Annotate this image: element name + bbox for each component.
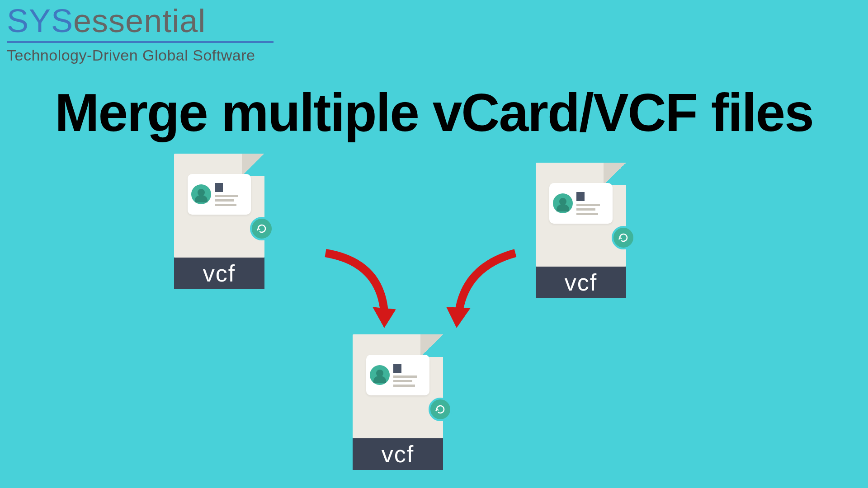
- avatar-icon: [191, 184, 211, 204]
- file-extension-label: vcf: [536, 267, 626, 298]
- file-page: [536, 163, 626, 267]
- page-title: Merge multiple vCard/VCF files: [0, 86, 868, 139]
- avatar-icon: [370, 365, 390, 385]
- vcf-source-file-left: vcf: [174, 154, 264, 289]
- page-fold: [242, 154, 264, 176]
- file-page: [353, 334, 443, 438]
- logo-part-essential: essential: [73, 3, 206, 39]
- file-page: [174, 154, 264, 258]
- contact-card: [549, 183, 613, 224]
- sync-badge-icon: [612, 226, 635, 249]
- contact-lines: [215, 183, 247, 206]
- page-fold: [604, 163, 626, 185]
- logo-wordmark: SYSessential: [7, 2, 274, 39]
- contact-lines: [393, 364, 426, 387]
- page-fold: [420, 334, 443, 357]
- brand-logo: SYSessential Technology-Driven Global So…: [7, 2, 274, 64]
- logo-part-sys: SYS: [7, 3, 73, 39]
- svg-marker-1: [447, 307, 470, 328]
- svg-marker-0: [373, 307, 396, 328]
- vcf-merged-file: vcf: [353, 334, 443, 470]
- sync-badge-icon: [250, 217, 274, 240]
- file-extension-label: vcf: [353, 438, 443, 470]
- contact-card: [188, 174, 251, 215]
- sync-badge-icon: [429, 398, 452, 421]
- vcf-source-file-right: vcf: [536, 163, 626, 298]
- logo-divider: [7, 41, 274, 43]
- merge-arrow-right: [439, 244, 524, 330]
- logo-tagline: Technology-Driven Global Software: [7, 47, 274, 64]
- file-extension-label: vcf: [174, 258, 264, 289]
- contact-card: [366, 355, 429, 395]
- merge-arrow-left: [316, 244, 407, 330]
- contact-lines: [576, 192, 609, 215]
- avatar-icon: [553, 193, 573, 213]
